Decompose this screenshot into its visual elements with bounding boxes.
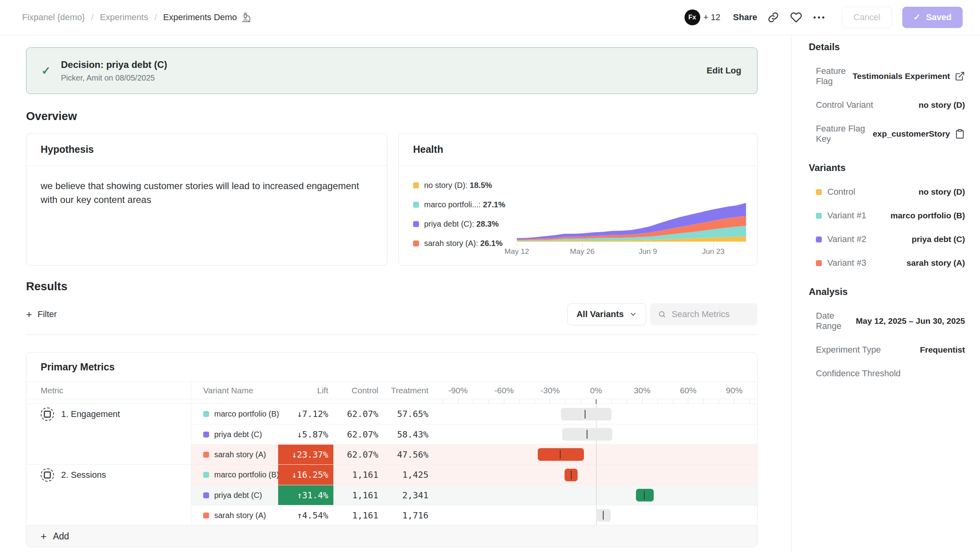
external-link-icon[interactable] <box>955 71 965 81</box>
lift-cell: ↑4.54% <box>278 505 333 525</box>
variant-cell: priya debt (C) <box>191 485 278 505</box>
detail-row: Control Variant no story (D) <box>816 100 965 110</box>
variant-row[interactable]: priya debt (C) ↑31.4% 1,161 2,341 <box>191 485 757 505</box>
copy-link-icon[interactable] <box>767 11 780 24</box>
metric-cell[interactable]: 1. Engagement <box>26 404 191 424</box>
x-axis-label: Jun 23 <box>702 247 724 256</box>
hypothesis-card: Hypothesis we believe that showing custo… <box>26 133 387 266</box>
variant-name: priya debt (C) <box>214 430 262 439</box>
lift-value: ↑31.4% <box>278 485 333 505</box>
variant-mapping-row: Variant #1 marco portfolio (B) <box>816 210 965 221</box>
axis-tick <box>642 399 642 404</box>
breadcrumb-separator: / <box>91 12 94 23</box>
detail-label: Feature Flag <box>816 66 853 86</box>
axis-tick <box>657 399 658 404</box>
axis-tick <box>550 399 550 404</box>
variant-row[interactable]: priya debt (C) ↓5.87% 62.07% 58.43% <box>191 424 757 444</box>
zero-tick <box>596 399 597 404</box>
check-icon: ✓ <box>913 12 920 23</box>
analysis-section: Analysis Date Range May 12, 2025 – Jun 3… <box>809 286 965 379</box>
decision-check-icon: ✓ <box>41 64 50 77</box>
lift-axis-tick-label: 30% <box>634 386 651 395</box>
cancel-button[interactable]: Cancel <box>842 7 892 28</box>
analysis-row: Confidence Threshold <box>816 368 965 379</box>
saved-button[interactable]: ✓ Saved <box>902 7 963 28</box>
treatment-value: 57.65% <box>381 404 431 424</box>
breadcrumb-project[interactable]: Fixpanel {demo} <box>22 12 85 23</box>
metric-cell[interactable]: 2. Sessions <box>26 465 191 485</box>
axis-tick <box>565 399 566 404</box>
variant-name: marco portfolio (B) <box>214 470 279 479</box>
metric-target-icon <box>41 468 54 482</box>
variant-cell: sarah story (A) <box>191 445 278 464</box>
variant-name: sarah story (A) <box>214 511 266 520</box>
lift-cell: ↓7.12% <box>278 404 333 424</box>
lift-cell: ↓16.25% <box>278 465 333 485</box>
metric-group: 1. Engagement marco portfolio (B) ↓7.12%… <box>26 404 757 464</box>
share-button[interactable]: Share <box>733 12 757 23</box>
variants-dropdown[interactable]: All Variants <box>567 303 646 325</box>
breadcrumb-separator: / <box>154 12 157 23</box>
column-header-metric: Metric <box>26 382 191 399</box>
add-metric-button[interactable]: + Add <box>26 525 757 547</box>
legend-swatch <box>413 202 419 208</box>
lift-cell: ↑31.4% <box>278 485 333 505</box>
collaborators-count[interactable]: + 12 <box>703 12 720 23</box>
variant-row[interactable]: sarah story (A) ↓23.37% 62.07% 47.56% <box>191 444 757 464</box>
breadcrumb-current: Experiments Demo <box>163 12 251 23</box>
variant-swatch <box>203 472 209 478</box>
lift-axis-tick-label: 60% <box>680 386 696 395</box>
confidence-interval-cell <box>431 445 757 464</box>
variant-name: priya debt (C) <box>214 491 262 500</box>
avatar[interactable]: Fx <box>685 9 700 25</box>
edit-log-button[interactable]: Edit Log <box>707 66 741 76</box>
variant-mapping-value: no story (D) <box>918 187 965 197</box>
lift-value: ↓23.37% <box>278 445 333 464</box>
legend-item: sarah story (A): 26.1% <box>413 239 517 248</box>
favorite-heart-icon[interactable] <box>790 11 803 24</box>
metric-name: 2. Sessions <box>61 470 106 480</box>
overview-heading: Overview <box>26 110 757 123</box>
metric-name: 1. Engagement <box>61 409 120 419</box>
axis-tick <box>734 399 735 404</box>
plus-icon: + <box>26 309 32 319</box>
decision-title: Decision: priya debt (C) <box>61 59 167 70</box>
variant-swatch <box>816 237 822 242</box>
x-axis-tick <box>517 243 517 247</box>
variant-row[interactable]: marco portfolio (B) ↓16.25% 1,161 1,425 <box>191 465 757 485</box>
variant-mapping-value: marco portfolio (B) <box>890 211 965 220</box>
variant-swatch <box>203 432 209 437</box>
add-filter-button[interactable]: + Filter <box>26 309 57 319</box>
search-metrics-input[interactable] <box>671 309 750 319</box>
legend-value: 28.3% <box>476 220 499 228</box>
control-value: 1,161 <box>333 485 381 505</box>
variant-mapping-row: Control no story (D) <box>816 187 965 197</box>
column-header-lift: Lift <box>278 386 333 395</box>
control-value: 62.07% <box>333 404 381 424</box>
control-value: 1,161 <box>333 465 381 485</box>
x-axis-label: May 26 <box>570 247 595 256</box>
main-content: ✓ Decision: priya debt (C) Picker, Amit … <box>0 35 791 552</box>
variant-swatch <box>816 213 822 219</box>
confidence-interval-cell <box>431 404 757 424</box>
lift-axis-tick-label: 0% <box>590 386 602 395</box>
treatment-value: 2,341 <box>381 485 431 505</box>
legend-item: priya debt (C): 28.3% <box>413 220 517 229</box>
variant-slot-label: Control <box>827 187 855 197</box>
variant-cell: marco portfolio (B) <box>191 404 278 424</box>
top-bar: Fixpanel {demo} / Experiments / Experime… <box>0 0 980 35</box>
lift-axis-tick-label: -90% <box>448 386 468 395</box>
detail-label: Control Variant <box>816 100 873 110</box>
variant-mapping-value: sarah story (A) <box>907 258 965 268</box>
breadcrumb-experiments[interactable]: Experiments <box>100 12 148 23</box>
variant-row[interactable]: marco portfolio (B) ↓7.12% 62.07% 57.65% <box>191 404 757 424</box>
variant-row[interactable]: sarah story (A) ↑4.54% 1,161 1,716 <box>191 505 757 525</box>
axis-tick <box>673 399 673 404</box>
clipboard-icon[interactable] <box>955 129 965 139</box>
lift-mean-marker <box>585 410 585 419</box>
legend-item: marco portfoli...: 27.1% <box>413 200 517 209</box>
analysis-label: Date Range <box>816 311 856 331</box>
treatment-value: 1,425 <box>381 465 431 485</box>
more-options-button[interactable]: ••• <box>813 13 826 22</box>
axis-tick <box>750 399 750 404</box>
